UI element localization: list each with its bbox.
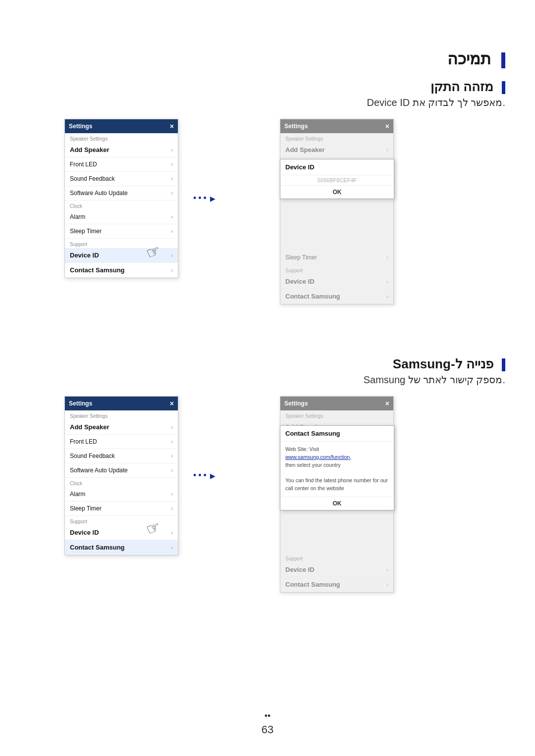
right-settings-panel-1: Settings × Speaker Settings Add Speaker …	[280, 119, 394, 304]
support-label-2: Support	[65, 516, 178, 525]
menu-contact-samsung-1[interactable]: Contact Samsung ›	[65, 263, 178, 278]
right-settings-panel-2: Settings × Speaker Settings Add Speaker …	[280, 396, 394, 593]
subsection2-title: פנייה ל-Samsung	[393, 356, 493, 371]
menu-add-speaker-1[interactable]: Add Speaker ›	[65, 143, 178, 157]
support-label-1: Support	[65, 239, 178, 248]
subsection1-subtitle: .מאפשר לך לבדוק את Device ID	[367, 97, 506, 108]
panel-title-2: Settings	[69, 400, 92, 407]
close-icon-2[interactable]: ×	[170, 400, 174, 407]
dots-1: •••	[193, 193, 209, 203]
right-panel-title-2: Settings	[284, 400, 308, 407]
device-id-dialog: Device ID 5056BF8CEF4F OK	[280, 159, 394, 199]
right-speaker-label-2: Speaker Settings	[280, 410, 393, 420]
menu-front-led-2[interactable]: Front LED ›	[65, 435, 178, 449]
menu-alarm-1[interactable]: Alarm ›	[65, 210, 178, 224]
subsection1-header: מזהה התקן .מאפשר לך לבדוק את Device ID	[367, 79, 506, 108]
panel-header-1: Settings ×	[65, 119, 178, 133]
right-panel-header-2: Settings ×	[280, 397, 393, 410]
right-panel-title-1: Settings	[284, 123, 308, 130]
menu-sleep-timer-2[interactable]: Sleep Timer ›	[65, 502, 178, 516]
menu-add-speaker-2[interactable]: Add Speaker ›	[65, 420, 178, 435]
menu-sleep-timer-1[interactable]: Sleep Timer ›	[65, 224, 178, 239]
panel-header-2: Settings ×	[65, 397, 178, 410]
right-support-label-1: Support	[280, 265, 393, 274]
menu-software-2[interactable]: Software Auto Update ›	[65, 463, 178, 478]
clock-label-2: Clock	[65, 478, 178, 487]
right-close-icon-1[interactable]: ×	[385, 122, 389, 130]
right-device-id-2: Device ID ›	[280, 562, 393, 577]
menu-contact-samsung-2[interactable]: Contact Samsung ›	[65, 540, 178, 555]
dialog-contact-title: Contact Samsung	[280, 426, 394, 442]
close-icon-1[interactable]: ×	[170, 122, 174, 130]
clock-label-1: Clock	[65, 201, 178, 210]
subsection2-header: פנייה ל-Samsung .מספק קישור לאתר של Sams…	[364, 356, 505, 386]
main-section-header: תמיכה	[447, 50, 505, 68]
right-speaker-label-1: Speaker Settings	[280, 133, 393, 143]
dialog-contact-ok[interactable]: OK	[280, 497, 394, 510]
right-contact-samsung-2: Contact Samsung ›	[280, 577, 393, 592]
dots-2: •••	[193, 470, 209, 481]
menu-sound-feedback-2[interactable]: Sound Feedback ›	[65, 449, 178, 463]
right-contact-samsung-1: Contact Samsung ›	[280, 289, 393, 304]
subsection2-subtitle: .מספק קישור לאתר של Samsung	[364, 374, 505, 385]
arrow-2: •••	[193, 470, 215, 481]
website-url[interactable]: www.samsung.com/function,	[285, 454, 351, 460]
right-support-label-2: Support	[280, 553, 393, 562]
website-label: Web Site: Visit	[285, 446, 319, 452]
dialog-device-id-value: 5056BF8CEF4F	[280, 175, 394, 185]
dialog-device-id-title: Device ID	[280, 159, 394, 175]
right-device-id-1: Device ID ›	[280, 274, 393, 289]
right-add-speaker-1: Add Speaker ›	[280, 143, 393, 157]
page-number: 63	[0, 723, 535, 736]
dialog-device-id-ok[interactable]: OK	[280, 185, 394, 199]
arrow-1: •••	[193, 193, 215, 203]
menu-front-led-1[interactable]: Front LED ›	[65, 157, 178, 172]
contact-samsung-dialog: Contact Samsung Web Site: Visit www.sams…	[280, 425, 394, 510]
menu-software-1[interactable]: Software Auto Update ›	[65, 186, 178, 201]
speaker-label-2: Speaker Settings	[65, 410, 178, 420]
main-title: תמיכה	[447, 50, 491, 68]
menu-alarm-2[interactable]: Alarm ›	[65, 487, 178, 502]
website-text: then select your country	[285, 462, 340, 468]
phone-text: You can find the latest phone number for…	[285, 477, 388, 491]
subsection1-title: מזהה התקן	[430, 79, 493, 94]
panel-title-1: Settings	[69, 123, 92, 130]
menu-sound-feedback-1[interactable]: Sound Feedback ›	[65, 172, 178, 186]
speaker-label-1: Speaker Settings	[65, 133, 178, 143]
page-dots: ••	[0, 711, 535, 721]
dialog-contact-text: Web Site: Visit www.samsung.com/function…	[280, 442, 394, 497]
right-panel-header-1: Settings ×	[280, 119, 393, 133]
right-close-icon-2[interactable]: ×	[385, 400, 389, 407]
right-sleep-timer-1: Sleep Timer ›	[280, 251, 393, 265]
